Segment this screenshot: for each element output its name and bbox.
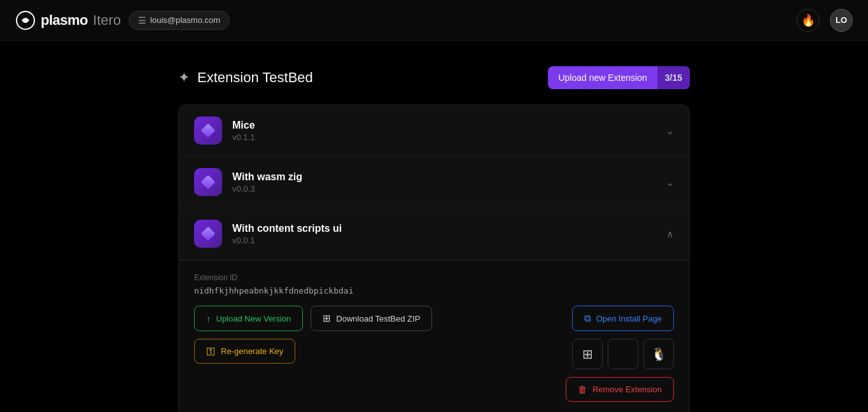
upload-new-version-label: Upload New Version <box>216 314 291 323</box>
upload-ext-btn-count: 3/15 <box>657 66 690 89</box>
ext-item-left: Mice v0.1.1 <box>194 117 255 145</box>
linux-icon: 🐧 <box>651 346 667 362</box>
open-install-page-button[interactable]: ⧉ Open Install Page <box>572 306 674 331</box>
fire-icon: 🔥 <box>801 13 815 27</box>
upload-ext-btn-label: Upload new Extension <box>548 66 657 89</box>
ext-info-wasm-zig: With wasm zig v0.0.3 <box>232 171 302 194</box>
plasmo-logo-icon <box>15 10 36 31</box>
windows-platform-button[interactable]: ⊞ <box>572 339 603 369</box>
download-testbed-zip-button[interactable]: ⊞ Download TestBed ZIP <box>311 306 432 331</box>
menu-icon: ☰ <box>138 15 146 25</box>
extension-item-mice[interactable]: Mice v0.1.1 ⌄ <box>179 105 689 157</box>
download-testbed-zip-label: Download TestBed ZIP <box>336 314 420 323</box>
actions-left: ↑ Upload New Version ⊞ Download TestBed … <box>194 306 432 364</box>
ext-info-content-scripts: With content scripts ui v0.0.1 <box>232 223 342 245</box>
extension-id-label: Extension ID <box>194 273 674 282</box>
header: plasmo Itero ☰ louis@plasmo.com 🔥 LO <box>0 0 868 41</box>
open-install-page-label: Open Install Page <box>596 314 662 323</box>
logo-subtitle: Itero <box>93 12 121 29</box>
key-icon: ⚿ <box>206 346 216 357</box>
ext-item-left-2: With wasm zig v0.0.3 <box>194 168 302 196</box>
ext-icon-mice <box>194 117 222 145</box>
page-title: Extension TestBed <box>197 69 313 86</box>
windows-icon: ⊞ <box>582 346 593 362</box>
extension-item-wasm-zig[interactable]: With wasm zig v0.0.3 ⌄ <box>179 157 689 208</box>
chevron-down-icon-wasm-zig: ⌄ <box>666 176 674 188</box>
trash-icon: 🗑 <box>578 384 587 395</box>
ext-name-wasm-zig: With wasm zig <box>232 171 302 183</box>
btn-row-top: ↑ Upload New Version ⊞ Download TestBed … <box>194 306 432 331</box>
main-content: ✦ Extension TestBed Upload new Extension… <box>0 41 868 412</box>
remove-extension-label: Remove Extension <box>592 385 662 394</box>
actions-right: ⧉ Open Install Page ⊞ 🐧 <box>566 306 674 402</box>
ext-version-content-scripts: v0.0.1 <box>232 236 342 245</box>
ext-icon-wasm-zig <box>194 168 222 196</box>
ext-info-mice: Mice v0.1.1 <box>232 120 255 142</box>
regenerate-key-label: Re-generate Key <box>221 346 283 356</box>
regenerate-key-button[interactable]: ⚿ Re-generate Key <box>194 339 295 364</box>
extension-item-content-scripts[interactable]: With content scripts ui v0.0.1 ∧ <box>179 208 689 260</box>
page-title-area: ✦ Extension TestBed <box>178 69 313 86</box>
external-link-icon: ⧉ <box>584 313 591 324</box>
extension-list: Mice v0.1.1 ⌄ With wasm zig v0.0.3 ⌄ <box>178 104 690 412</box>
upload-new-version-button[interactable]: ↑ Upload New Version <box>194 306 303 331</box>
logo-text: plasmo <box>41 12 88 29</box>
ext-item-left-3: With content scripts ui v0.0.1 <box>194 220 342 248</box>
puzzle-icon: ✦ <box>178 69 190 86</box>
user-menu-button[interactable]: ☰ louis@plasmo.com <box>129 11 230 30</box>
avatar[interactable]: LO <box>830 9 853 32</box>
chevron-down-icon-mice: ⌄ <box>666 125 674 137</box>
header-left: plasmo Itero ☰ louis@plasmo.com <box>15 10 230 31</box>
extension-id-value: nidhfkjhhpeabnkjkkfdnedbpickbdai <box>194 286 674 295</box>
remove-extension-button[interactable]: 🗑 Remove Extension <box>566 377 674 402</box>
ext-version-wasm-zig: v0.0.3 <box>232 184 302 194</box>
platform-buttons: ⊞ 🐧 <box>572 339 674 369</box>
notifications-button[interactable]: 🔥 <box>797 9 820 32</box>
ext-name-content-scripts: With content scripts ui <box>232 223 342 234</box>
apple-platform-button[interactable] <box>608 339 638 369</box>
extension-expanded-panel: Extension ID nidhfkjhhpeabnkjkkfdnedbpic… <box>179 260 689 412</box>
expanded-actions: ↑ Upload New Version ⊞ Download TestBed … <box>194 306 674 402</box>
chevron-up-icon-content-scripts: ∧ <box>666 228 674 240</box>
ext-icon-content-scripts <box>194 220 222 248</box>
user-email: louis@plasmo.com <box>150 15 220 25</box>
header-right: 🔥 LO <box>797 9 853 32</box>
upload-icon: ↑ <box>206 313 211 324</box>
page-header: ✦ Extension TestBed Upload new Extension… <box>178 66 690 89</box>
upload-new-extension-button[interactable]: Upload new Extension 3/15 <box>548 66 690 89</box>
ext-name-mice: Mice <box>232 120 255 131</box>
btn-row-bottom: ⚿ Re-generate Key <box>194 339 432 364</box>
ext-version-mice: v0.1.1 <box>232 132 255 142</box>
logo: plasmo Itero <box>15 10 121 31</box>
download-icon: ⊞ <box>323 313 331 324</box>
extension-id-section: Extension ID nidhfkjhhpeabnkjkkfdnedbpic… <box>194 273 674 295</box>
linux-platform-button[interactable]: 🐧 <box>643 339 674 369</box>
